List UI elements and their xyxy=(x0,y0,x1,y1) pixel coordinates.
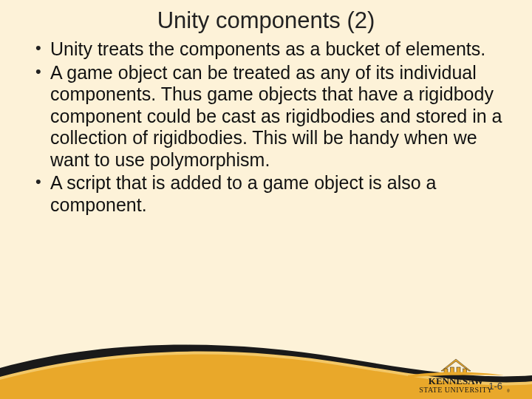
slide-title: Unity components (2) xyxy=(0,0,532,38)
svg-text:®: ® xyxy=(507,389,510,393)
list-item: A game object can be treated as any of i… xyxy=(35,62,507,171)
slide: Unity components (2) Unity treats the co… xyxy=(0,0,532,399)
list-item: A script that is added to a game object … xyxy=(35,172,507,216)
slide-content: Unity treats the components as a bucket … xyxy=(0,38,532,216)
slide-number: 1-6 xyxy=(488,381,502,392)
bullet-list: Unity treats the components as a bucket … xyxy=(35,38,507,216)
list-item: Unity treats the components as a bucket … xyxy=(35,38,507,61)
logo-line2: STATE UNIVERSITY xyxy=(419,386,493,394)
logo-line1: KENNESAW xyxy=(429,375,483,386)
